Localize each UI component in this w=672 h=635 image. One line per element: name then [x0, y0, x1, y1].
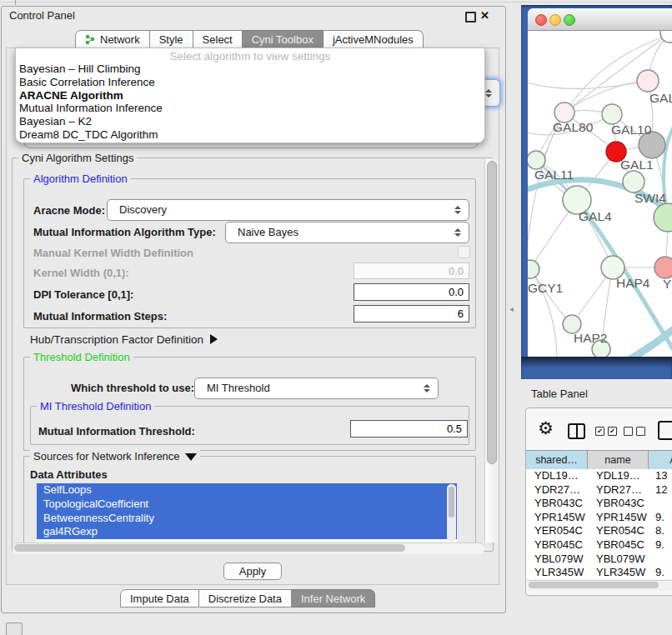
column-header-name[interactable]: name — [588, 451, 649, 469]
kernel-width-input[interactable]: 0.0 — [354, 262, 469, 279]
mi-threshold-label: Mutual Information Threshold: — [38, 425, 195, 438]
data-attributes-label: Data Attributes — [30, 468, 108, 481]
kernel-width-label: Kernel Width (0,1): — [33, 267, 129, 279]
table-row[interactable]: YBL079W YBL079W — [526, 552, 672, 567]
mi-type-label: Mutual Information Algorithm Type: — [33, 226, 216, 238]
data-attributes-list: SelfLoopsTopologicalCoefficientBetweenne… — [37, 483, 457, 542]
node-label: GAL — [649, 91, 672, 106]
float-window-icon[interactable] — [465, 12, 476, 22]
mi-threshold-input[interactable]: 0.5 — [350, 420, 468, 438]
close-traffic-light-icon[interactable] — [535, 14, 547, 26]
gear-icon[interactable]: ⚙ — [538, 419, 554, 437]
algorithm-definition-title: Algorithm Definition — [30, 172, 131, 185]
tab-style[interactable]: Style — [150, 30, 193, 48]
close-icon[interactable]: ✕ — [480, 9, 489, 22]
tab-infer-network[interactable]: Infer Network — [292, 589, 375, 608]
aracne-mode-select[interactable]: Discovery — [107, 199, 469, 221]
minimized-panel-icon[interactable] — [6, 622, 23, 635]
table-row[interactable]: YBR045C YBR045C 9. — [526, 538, 672, 552]
column-header-shared-name[interactable]: shared… — [526, 451, 588, 469]
columns-icon[interactable] — [568, 423, 585, 439]
chevron-right-icon — [210, 334, 218, 344]
node-label: GAL1 — [620, 158, 654, 172]
node-label: GAL11 — [534, 168, 574, 182]
stepper-icon — [485, 89, 492, 98]
list-item-selected[interactable]: BetweennessCentrality — [37, 512, 457, 526]
list-scrollbar-thumb[interactable] — [449, 487, 454, 518]
divider-tick — [15, 0, 16, 5]
unchecked-box-icon — [636, 427, 645, 436]
settings-hscrollbar-thumb[interactable] — [14, 544, 405, 552]
mi-threshold-definition-title: MI Threshold Definition — [37, 400, 154, 412]
mi-type-select[interactable]: Naive Bayes — [225, 222, 469, 243]
manual-kernel-checkbox[interactable] — [458, 246, 470, 258]
window-shadow — [521, 357, 672, 368]
dropdown-placeholder: Select algorithm to view settings — [16, 50, 484, 62]
deselect-all-checkboxes-icon[interactable] — [624, 427, 645, 436]
network-node-gal11[interactable] — [528, 151, 545, 169]
zoom-traffic-light-icon[interactable] — [564, 14, 575, 26]
column-header-clipped[interactable]: A — [649, 451, 672, 469]
settings-vscrollbar-thumb[interactable] — [487, 161, 497, 464]
function-builder-icon[interactable] — [658, 421, 672, 440]
node-label: GAL10 — [611, 122, 651, 138]
node-label: HAP2 — [574, 331, 608, 346]
table-row[interactable]: YLR345W YLR345W 9. — [526, 566, 672, 579]
dpi-tolerance-label: DPI Tolerance [0,1]: — [33, 288, 133, 301]
network-node-swi4[interactable] — [654, 203, 672, 232]
list-item-selected[interactable]: TopologicalCoefficient — [37, 498, 457, 512]
algorithm-dropdown-list: Select algorithm to view settings Bayesi… — [15, 48, 485, 143]
table-row[interactable]: YBR043C YBR043C — [526, 497, 672, 511]
table-body: YDL19… YDL19… 13 YDR27… YDR27… 12 YBR043… — [526, 469, 672, 579]
node-label: GCY1 — [528, 281, 563, 296]
dropdown-item[interactable]: Bayesian – Hill Climbing — [19, 62, 481, 76]
checked-box-icon: ✔ — [595, 427, 604, 436]
tab-network[interactable]: Network — [75, 30, 150, 48]
bottom-tabbar: Impute Data Discretize Data Infer Networ… — [120, 589, 375, 608]
table-row[interactable]: YER054C YER054C 8. — [526, 524, 672, 538]
tab-jactivemnodules[interactable]: jActiveMNodules — [323, 30, 424, 48]
threshold-definition-title: Threshold Definition — [30, 351, 133, 363]
network-node[interactable] — [660, 31, 672, 42]
node-label: HAP4 — [616, 276, 650, 291]
stepper-icon — [454, 206, 461, 214]
dpi-tolerance-input[interactable]: 0.0 — [354, 283, 469, 301]
network-node-salmon[interactable] — [654, 257, 672, 278]
mi-steps-input[interactable]: 6 — [354, 305, 469, 322]
table-hscrollbar-thumb[interactable] — [529, 582, 659, 588]
list-item-selected[interactable]: SelfLoops — [37, 483, 457, 498]
dropdown-item[interactable]: Mutual Information Inference — [19, 102, 481, 115]
mi-steps-label: Mutual Information Steps: — [33, 310, 167, 322]
tab-select[interactable]: Select — [193, 30, 243, 48]
tab-discretize-data[interactable]: Discretize Data — [199, 589, 292, 608]
dropdown-item[interactable]: Bayesian – K2 — [19, 115, 481, 128]
tab-cyni-toolbox[interactable]: Cyni Toolbox — [243, 30, 323, 48]
dropdown-item[interactable]: Dream8 DC_TDC Algorithm — [19, 128, 481, 142]
which-threshold-label: Which threshold to use: — [71, 382, 194, 394]
dropdown-item[interactable]: Basic Correlation Inference — [19, 76, 481, 89]
stepper-icon — [454, 228, 461, 237]
minimize-traffic-light-icon[interactable] — [549, 14, 561, 26]
table-row[interactable]: YDR27… YDR27… 12 — [526, 483, 672, 498]
list-item-selected[interactable]: gal4RGexp — [37, 525, 457, 539]
sources-disclosure[interactable]: Sources for Network Inference — [30, 450, 200, 462]
dropdown-item-selected[interactable]: ARACNE Algorithm — [19, 89, 481, 102]
manual-kernel-label: Manual Kernel Width Definition — [33, 247, 193, 259]
network-node-gal10[interactable] — [602, 104, 622, 124]
table-row[interactable]: YDL19… YDL19… 13 — [526, 469, 672, 483]
app-root: Control Panel ✕ Network Style Select Cyn… — [0, 0, 672, 635]
network-node[interactable] — [623, 171, 644, 192]
hub-definition-disclosure[interactable]: Hub/Transcription Factor Definition — [30, 333, 218, 346]
checked-box-icon: ✔ — [608, 427, 617, 436]
network-node-gal[interactable] — [637, 70, 659, 92]
control-panel-tabbar: Network Style Select Cyni Toolbox jActiv… — [75, 30, 424, 48]
tab-impute-data[interactable]: Impute Data — [120, 589, 199, 608]
splitter-handle[interactable] — [509, 308, 514, 312]
table-row[interactable]: YPR145W YPR145W 9. — [526, 511, 672, 525]
group-title: Cyni Algorithm Settings — [18, 152, 137, 164]
network-node-gcy1[interactable] — [528, 260, 539, 278]
select-all-checkboxes-icon[interactable]: ✔ ✔ — [595, 427, 617, 436]
which-threshold-select[interactable]: MI Threshold — [194, 378, 439, 399]
apply-button[interactable]: Apply — [223, 562, 282, 580]
network-canvas[interactable]: GAL GAL80 GAL10 GAL1 GAL11 SWI4 GAL4 GCY… — [528, 31, 672, 357]
